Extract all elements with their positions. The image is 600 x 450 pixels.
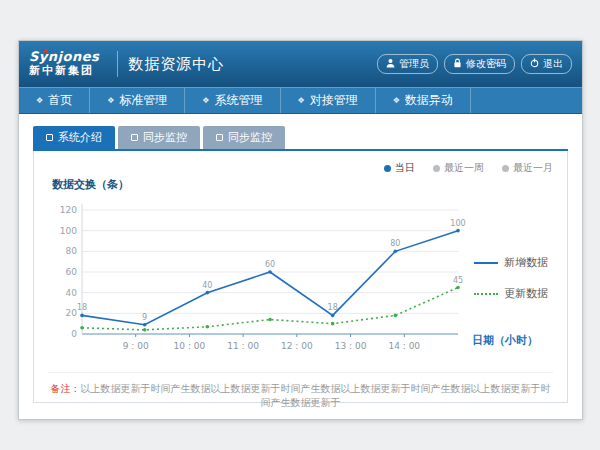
svg-text:18: 18 [77, 303, 87, 312]
logo-text-en: Synjones [29, 50, 99, 65]
diamond-icon: ❖ [298, 96, 305, 105]
svg-text:40: 40 [66, 288, 78, 298]
company-logo: Synjones 新中新集团 [29, 50, 99, 78]
tab-icon [216, 134, 223, 141]
nav-item-system-management[interactable]: ❖ 系统管理 [185, 88, 280, 113]
chart-row: 0204060801001209 : 0010 : 0011 : 0012 : … [48, 194, 553, 362]
power-icon [530, 58, 539, 70]
svg-text:12 : 00: 12 : 00 [281, 341, 313, 351]
filter-label: 最近一月 [513, 161, 553, 175]
admin-user-button[interactable]: 管理员 [377, 54, 438, 74]
nav-item-label: 首页 [48, 92, 72, 109]
header-divider [117, 51, 118, 77]
svg-text:120: 120 [60, 205, 77, 215]
footnote-text: 以上数据更新于时间产生数据以上数据更新于时间产生数据以上数据更新于时间产生数据以… [81, 383, 551, 408]
nav-item-integration-management[interactable]: ❖ 对接管理 [281, 88, 376, 113]
series-updated-data[interactable]: 更新数据 [474, 286, 553, 301]
svg-text:40: 40 [202, 281, 212, 290]
filter-label: 当日 [395, 161, 415, 175]
filter-today[interactable]: 当日 [384, 161, 415, 175]
page-title: 数据资源中心 [128, 55, 224, 74]
svg-text:60: 60 [66, 267, 78, 277]
diamond-icon: ❖ [202, 96, 209, 105]
filter-last-month[interactable]: 最近一月 [502, 161, 553, 175]
filter-last-week[interactable]: 最近一周 [433, 161, 484, 175]
x-axis-title: 日期（小时） [472, 333, 538, 348]
titlebar: Synjones 新中新集团 数据资源中心 管理员 修改密码 [19, 41, 582, 87]
nav-item-standard-management[interactable]: ❖ 标准管理 [90, 88, 185, 113]
line-chart: 0204060801001209 : 0010 : 0011 : 0012 : … [48, 194, 468, 362]
admin-user-label: 管理员 [399, 57, 429, 71]
app-window: Synjones 新中新集团 数据资源中心 管理员 修改密码 [18, 40, 583, 420]
svg-text:14 : 00: 14 : 00 [388, 341, 420, 351]
nav-item-label: 对接管理 [310, 92, 358, 109]
diamond-icon: ❖ [107, 96, 114, 105]
logo-text-cn: 新中新集团 [29, 65, 99, 78]
svg-text:13 : 00: 13 : 00 [335, 341, 367, 351]
svg-text:0: 0 [71, 329, 77, 339]
svg-text:100: 100 [450, 219, 465, 228]
series-label: 新增数据 [504, 255, 548, 270]
tab-label: 系统介绍 [58, 130, 102, 145]
dotted-line-icon [474, 293, 498, 295]
svg-text:10 : 00: 10 : 00 [174, 341, 206, 351]
tab-icon [46, 134, 53, 141]
tab-sync-monitor-1[interactable]: 同步监控 [118, 126, 200, 149]
nav-item-label: 数据异动 [405, 92, 453, 109]
y-axis-title: 数据交换（条） [52, 177, 553, 192]
tab-icon [131, 134, 138, 141]
change-password-button[interactable]: 修改密码 [444, 54, 515, 74]
dot-icon [384, 165, 391, 172]
series-label: 更新数据 [504, 286, 548, 301]
svg-text:60: 60 [265, 260, 275, 269]
tab-sync-monitor-2[interactable]: 同步监控 [203, 126, 285, 149]
main-nav: ❖ 首页 ❖ 标准管理 ❖ 系统管理 ❖ 对接管理 ❖ 数据异动 [19, 87, 582, 114]
series-legend: 新增数据 更新数据 日期（小时） [468, 194, 553, 362]
svg-text:80: 80 [390, 239, 400, 248]
svg-text:20: 20 [66, 308, 78, 318]
svg-text:45: 45 [453, 276, 463, 285]
dot-icon [502, 165, 509, 172]
lock-icon [453, 58, 462, 70]
nav-item-label: 系统管理 [215, 92, 263, 109]
tab-bar: 系统介绍 同步监控 同步监控 [33, 126, 568, 149]
nav-item-label: 标准管理 [119, 92, 167, 109]
content-area: 系统介绍 同步监控 同步监控 当日 最近一周 [19, 114, 582, 403]
titlebar-actions: 管理员 修改密码 退出 [377, 54, 572, 74]
svg-text:100: 100 [60, 226, 77, 236]
logout-button[interactable]: 退出 [521, 54, 572, 74]
svg-text:9: 9 [142, 313, 147, 322]
footnote: 备注：以上数据更新于时间产生数据以上数据更新于时间产生数据以上数据更新于时间产生… [48, 372, 553, 410]
tab-label: 同步监控 [143, 130, 187, 145]
logout-label: 退出 [543, 57, 563, 71]
solid-line-icon [474, 262, 498, 264]
nav-item-data-changes[interactable]: ❖ 数据异动 [376, 88, 471, 113]
filter-label: 最近一周 [444, 161, 484, 175]
svg-text:80: 80 [66, 246, 78, 256]
series-new-data[interactable]: 新增数据 [474, 255, 553, 270]
footnote-prefix: 备注： [51, 383, 81, 394]
dot-icon [433, 165, 440, 172]
time-filter-legend: 当日 最近一周 最近一月 [48, 161, 553, 175]
svg-text:18: 18 [328, 303, 338, 312]
user-icon [386, 58, 395, 70]
chart-panel: 当日 最近一周 最近一月 数据交换（条） 0204060801001209 : … [33, 151, 568, 403]
tab-label: 同步监控 [228, 130, 272, 145]
diamond-icon: ❖ [393, 96, 400, 105]
nav-item-home[interactable]: ❖ 首页 [19, 88, 90, 113]
svg-text:9 : 00: 9 : 00 [123, 341, 149, 351]
diamond-icon: ❖ [36, 96, 43, 105]
svg-text:11 : 00: 11 : 00 [227, 341, 259, 351]
tab-system-intro[interactable]: 系统介绍 [33, 126, 115, 149]
change-password-label: 修改密码 [466, 57, 506, 71]
